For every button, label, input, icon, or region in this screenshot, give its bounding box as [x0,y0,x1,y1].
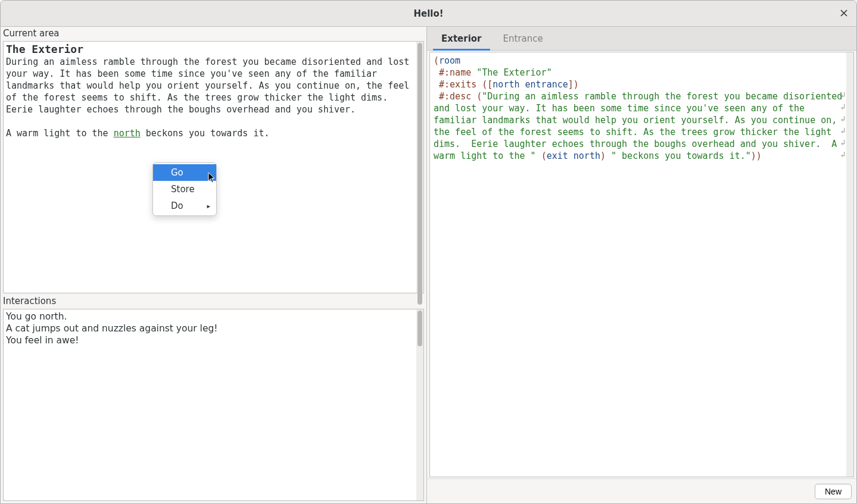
code-token: #:desc [439,91,471,102]
tabstrip: ExteriorEntrance [427,27,856,51]
exit-link-north[interactable]: north [114,128,141,139]
context-menu-item-label: Store [171,184,195,195]
current-area-label: Current area [1,27,426,41]
code-token: ([ [482,79,493,90]
code-token: " beckons you towards it." [611,151,751,161]
bottom-toolbar: New [427,478,856,503]
context-menu-item-label: Go [171,167,183,178]
interactions-text[interactable]: You go north. A cat jumps out and nuzzle… [4,309,416,500]
code-token: #:name [439,67,471,78]
titlebar[interactable]: Hello! [1,1,856,27]
context-menu[interactable]: GoStoreDo▸ [152,162,217,216]
close-button[interactable] [837,7,850,20]
current-area-section: Current area The ExteriorDuring an aimle… [1,27,426,293]
code-token: ( [434,55,439,66]
right-pane: ExteriorEntrance (room #:name "The Exter… [427,27,856,503]
scrollbar-thumb[interactable] [417,43,422,305]
code-token: ( [541,151,547,161]
new-button[interactable]: New [815,484,852,499]
code-token: ) [600,151,606,161]
code-token: ( [476,91,482,102]
code-token: "The Exterior" [476,67,551,78]
context-menu-item-do[interactable]: Do▸ [153,198,216,214]
context-menu-item-go[interactable]: Go [153,164,216,181]
close-icon [840,8,847,19]
code-token: entrance [525,79,568,90]
code-editor-frame: (room #:name "The Exterior" #:exits ([no… [429,52,854,477]
code-token: exit [547,151,568,161]
app-window: Hello! Current area The ExteriorDuring a… [0,0,857,504]
context-menu-item-label: Do [171,201,183,211]
code-token: ]) [568,79,579,90]
left-pane: Current area The ExteriorDuring an aimle… [1,27,427,503]
room-title: The Exterior [6,43,414,56]
window-title: Hello! [413,8,443,19]
interactions-section: Interactions You go north. A cat jumps o… [1,295,426,503]
chevron-right-icon: ▸ [207,202,210,210]
code-token: north [493,79,519,90]
code-token: north [574,151,600,161]
current-area-scrollbar[interactable] [416,42,423,293]
scrollbar-thumb[interactable] [417,311,422,346]
code-token: room [439,55,460,66]
code-token: )) [751,151,762,161]
desc-before-link: During an aimless ramble through the for… [6,57,415,139]
code-token: #:exits [439,79,476,90]
tab-entrance[interactable]: Entrance [493,27,554,50]
desc-after-link: beckons you towards it. [141,128,270,139]
code-editor[interactable]: (room #:name "The Exterior" #:exits ([no… [430,52,846,477]
interactions-label: Interactions [1,295,426,309]
interactions-frame: You go north. A cat jumps out and nuzzle… [3,309,424,501]
tab-exterior[interactable]: Exterior [431,27,493,50]
interactions-scrollbar[interactable] [416,309,423,500]
editor-scrollbar[interactable] [846,52,853,477]
context-menu-item-store[interactable]: Store [153,181,216,198]
